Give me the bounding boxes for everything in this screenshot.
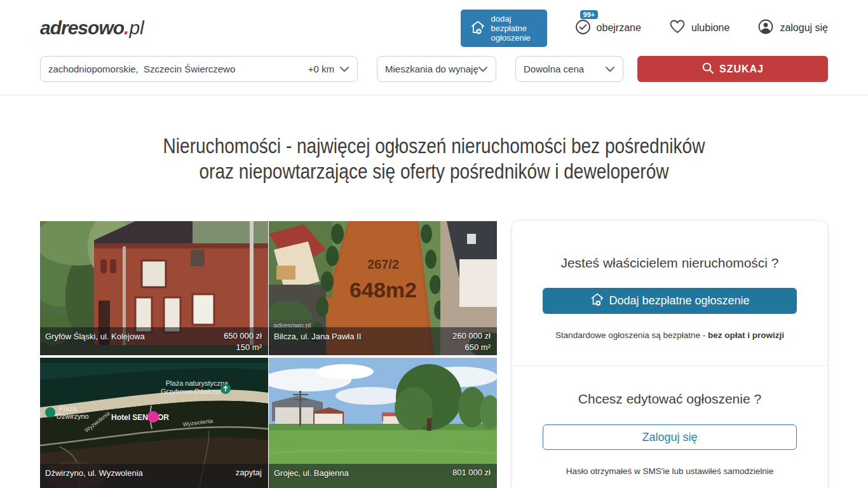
listing-price: 650 000 zł xyxy=(224,331,262,341)
listing-card-grojec[interactable]: Grojec, ul. Bagienna 801 000 zł xyxy=(269,358,497,488)
logo-text-tld: pl xyxy=(129,17,144,39)
map-label-beach2-line2: Dźwirzyno xyxy=(57,412,89,420)
price-value: Dowolna cena xyxy=(524,64,584,74)
logo[interactable]: adresowo.pl xyxy=(40,17,144,39)
listing-price: 801 000 zł xyxy=(452,468,491,477)
add-listing-button[interactable]: dodaj bezpłatne ogłoszenie xyxy=(461,10,547,47)
listing-area: 650 m² xyxy=(465,342,491,352)
search-submit-label: SZUKAJ xyxy=(719,64,764,75)
house-plus-icon xyxy=(590,292,605,310)
listing-caption: Grojec, ul. Bagienna 801 000 zł xyxy=(269,464,497,488)
listing-card-dzwirzyno[interactable]: Plaża naturystyczna Grzybowo-Dźwirzyno P… xyxy=(40,358,268,488)
edit-section: Chcesz edytować ogłoszenie ? Zaloguj się… xyxy=(512,365,827,488)
sidebar-add-listing-label: Dodaj bezpłatne ogłoszenie xyxy=(609,294,749,308)
page-title-line1: Nieruchomości - najwięcej ogłoszeń nieru… xyxy=(163,134,705,158)
listing-price: 260 000 zł xyxy=(452,331,491,341)
owner-note: Standardowe ogłoszenia są bezpłatne - be… xyxy=(543,330,797,340)
owner-heading: Jesteś właścicielem nieruchomości ? xyxy=(543,255,797,271)
map-label-beach2-line1: Plaża xyxy=(59,405,77,412)
heart-icon xyxy=(669,19,686,37)
search-bar: zachodniopomorskie, Szczecin Świerczewo … xyxy=(40,56,828,95)
owner-panel: Jesteś właścicielem nieruchomości ? Doda… xyxy=(512,221,827,488)
viewed-button[interactable]: 99+ obejrzane xyxy=(575,19,641,37)
favorites-button[interactable]: ulubione xyxy=(669,19,730,37)
listing-caption: Gryfów Śląski, ul. Kolejowa 650 000 zł 1… xyxy=(40,327,268,355)
listing-location: Dźwirzyno, ul. Wyzwolenia xyxy=(45,467,143,488)
owner-section: Jesteś właścicielem nieruchomości ? Doda… xyxy=(512,221,827,365)
listings-grid: Gryfów Śląski, ul. Kolejowa 650 000 zł 1… xyxy=(40,221,497,488)
search-icon xyxy=(702,62,714,77)
user-icon xyxy=(757,18,774,37)
map-beach-marker-icon xyxy=(45,407,55,417)
listing-caption: Bilcza, ul. Jana Pawła II 260 000 zł 650… xyxy=(269,327,497,355)
listing-location: Gryfów Śląski, ul. Kolejowa xyxy=(45,330,145,353)
location-input[interactable]: zachodniopomorskie, Szczecin Świerczewo … xyxy=(40,56,358,82)
listing-caption: Dźwirzyno, ul. Wyzwolenia zapytaj xyxy=(40,464,268,488)
location-value: zachodniopomorskie, Szczecin Świerczewo xyxy=(48,64,235,74)
map-label-beach1-line1: Plaża naturystyczna xyxy=(166,379,229,387)
listing-card-gryfow[interactable]: Gryfów Śląski, ul. Kolejowa 650 000 zł 1… xyxy=(40,221,268,355)
price-select[interactable]: Dowolna cena xyxy=(515,56,623,82)
logo-text-main: adresowo xyxy=(40,17,124,39)
category-value: Mieszkania do wynajęcia xyxy=(385,64,478,74)
owner-note-bold: bez opłat i prowizji xyxy=(708,330,784,340)
category-select[interactable]: Mieszkania do wynajęcia xyxy=(377,56,496,82)
map-hotel-marker-icon xyxy=(147,411,159,423)
map-label-beach1-line2: Grzybowo-Dźwirzyno xyxy=(161,388,227,395)
chevron-down-icon xyxy=(339,64,349,74)
viewed-label: obejrzane xyxy=(597,22,641,34)
page-title: Nieruchomości - najwięcej ogłoszeń nieru… xyxy=(99,133,769,184)
add-listing-label: dodaj bezpłatne ogłoszenie xyxy=(491,14,538,43)
map-label-hotel: Hotel SENATOR xyxy=(111,413,169,422)
sidebar-login-button[interactable]: Zaloguj się xyxy=(543,424,797,450)
viewed-count-badge: 99+ xyxy=(580,10,599,19)
login-button[interactable]: zaloguj się xyxy=(757,18,828,37)
listing-card-bilcza[interactable]: 267/2 648m2 adresowo.pl Bilcza, ul. Jana… xyxy=(269,221,497,355)
listing-area: 150 m² xyxy=(236,342,262,352)
listing-price: zapytaj xyxy=(236,468,262,477)
site-header: adresowo.pl dodaj bezpłatne ogłoszenie xyxy=(0,0,868,95)
page-title-line2: oraz niepowtarzające się oferty pośredni… xyxy=(199,159,668,183)
listing-location: Grojec, ul. Bagienna xyxy=(274,467,349,488)
favorites-label: ulubione xyxy=(691,22,730,34)
plot-size-label: 648m2 xyxy=(349,278,417,302)
radius-value: +0 km xyxy=(308,64,334,74)
plot-parcel-label: 267/2 xyxy=(367,257,399,271)
check-circle-icon xyxy=(575,19,591,37)
edit-heading: Chcesz edytować ogłoszenie ? xyxy=(543,391,797,407)
chevron-down-icon xyxy=(605,64,615,74)
sidebar-add-listing-button[interactable]: Dodaj bezpłatne ogłoszenie xyxy=(543,288,797,314)
listing-location: Bilcza, ul. Jana Pawła II xyxy=(274,330,361,353)
owner-note-text: Standardowe ogłoszenia są bezpłatne - xyxy=(555,330,708,340)
house-plus-icon xyxy=(470,19,486,37)
login-label: zaloguj się xyxy=(780,22,828,34)
chevron-down-icon xyxy=(478,64,488,74)
edit-note: Hasło otrzymałeś w SMS'ie lub ustawiłeś … xyxy=(543,466,797,476)
search-submit-button[interactable]: SZUKAJ xyxy=(637,56,828,82)
